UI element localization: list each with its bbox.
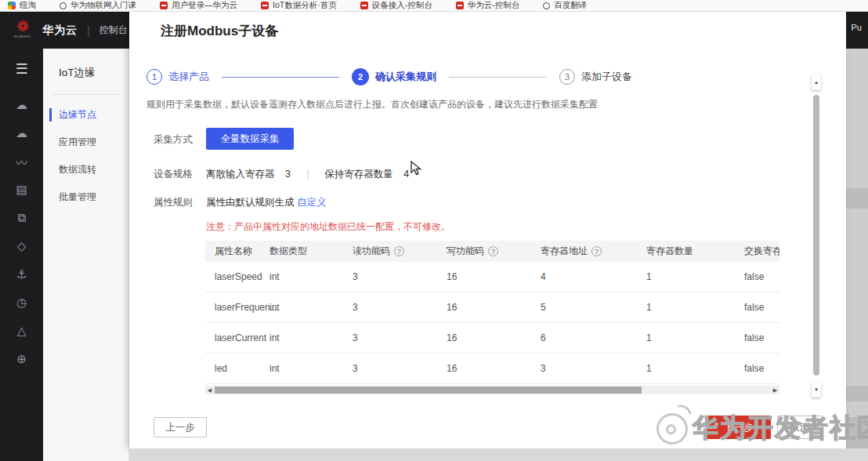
cell-register-address: 3 [541,363,646,374]
collect-mode-label: 采集方式 [154,133,193,147]
bookmark-label: 百度翻译 [554,0,587,11]
warning-note: 注意：产品中属性对应的地址数据已统一配置，不可修改。 [206,220,450,234]
sidebar-item-label: 边缘节点 [59,109,96,120]
step-add-subdevice[interactable]: 3 添加子设备 [559,69,632,85]
table-row[interactable]: laserFrequen... int 3 16 5 1 false [205,292,779,323]
brand-name[interactable]: 华为云 [42,24,78,38]
cell-data-type: int [269,363,353,374]
discrete-input-count: 3 [285,169,291,180]
step-connector [449,77,547,78]
cell-read-code: 3 [353,363,447,374]
table-row[interactable]: laserSpeed int 3 16 4 1 false [205,262,779,292]
dimmed-row [846,188,868,209]
cell-register-count: 1 [646,271,744,282]
wave-chart-icon[interactable]: 〰 [16,147,27,176]
col-register-address: 寄存器地址? [541,245,646,258]
weibo-eye-icon [654,411,689,446]
full-collection-button[interactable]: 全量数据采集 [206,128,294,150]
bookmark-item[interactable]: 百度翻译 [543,0,587,11]
register-modbus-subdevice-dialog: 注册Modbus子设备 1 选择产品 2 确认采集规则 3 添加子设备 规则用于… [129,12,846,448]
scroll-up-arrow-icon[interactable]: ▲ [812,74,821,90]
bookmark-item[interactable]: 华为物联网入门课 [60,0,136,11]
clock-icon[interactable]: ◷ [16,289,27,317]
dimmed-row [846,386,868,401]
horizontal-scroll-thumb[interactable] [215,387,642,394]
cell-write-code: 16 [447,332,541,343]
cell-swap: false [744,271,779,282]
value-separator: ｜ [302,169,312,180]
header-section-label[interactable]: 控制台 [99,24,128,37]
step-label: 选择产品 [168,70,209,84]
wizard-stepper: 1 选择产品 2 确认采集规则 3 添加子设备 [146,68,632,85]
sidebar-item-edge-nodes[interactable]: 边缘节点 [43,101,128,129]
icon-rail: ☰ ☁ ☁ 〰 ▤ ⧉ ◇ ⚓ ◷ △ ⊕ [0,49,43,461]
huawei-logo[interactable]: ❁ HUAWEI [11,19,34,42]
translate-circle-icon [543,2,550,9]
step-number-circle: 2 [352,68,369,85]
cell-register-address: 6 [541,332,646,343]
site-circle-icon [60,2,67,9]
window-icon[interactable]: ⧉ [17,204,26,232]
sidebar-item-label: 应用管理 [59,136,96,147]
cell-swap: false [744,363,779,374]
cell-property-name: laserFrequen... [205,302,269,313]
globe-icon[interactable]: ⊕ [16,345,27,373]
help-icon[interactable]: ? [394,246,404,256]
service-sidebar: IoT边缘 边缘节点 应用管理 数据流转 批量管理 [43,49,129,461]
bookmark-item[interactable]: 用户登录—华为云 [160,0,237,11]
watermark-text: 华为开发者社区 [693,411,868,446]
col-data-type: 数据类型 [269,245,353,258]
cell-property-name: laserSpeed [205,271,269,282]
huawei-red-icon [456,2,464,9]
warning-icon[interactable]: △ [17,317,27,345]
anchor-icon[interactable]: ⚓ [16,260,27,289]
scroll-right-arrow-icon[interactable]: ▶ [771,386,779,394]
diamond-icon[interactable]: ◇ [17,232,27,260]
huawei-red-icon [360,2,368,9]
cell-data-type: int [269,332,353,343]
cloud-settings-icon[interactable]: ☁ [16,119,27,147]
table-row[interactable]: laserCurrent int 3 16 6 1 false [205,323,779,354]
mouse-cursor [410,161,422,180]
cell-swap: false [744,332,779,343]
bookmark-label: 华为物联网入门课 [71,0,136,11]
sidebar-item-data-flow[interactable]: 数据流转 [43,156,128,183]
huawei-logo-text: HUAWEI [14,34,31,38]
step-connector [222,77,339,78]
cell-write-code: 16 [447,271,541,282]
sidebar-item-batch-management[interactable]: 批量管理 [43,183,128,211]
sidebar-item-app-management[interactable]: 应用管理 [43,129,128,156]
help-icon[interactable]: ? [591,246,602,256]
cell-read-code: 3 [353,332,447,343]
vertical-scrollbar[interactable]: ▲ ▼ [812,74,821,397]
scroll-left-arrow-icon[interactable]: ◀ [205,386,214,394]
bookmark-label: IoT数据分析·首页 [273,0,337,11]
bookmark-item[interactable]: IoT数据分析·首页 [261,0,337,11]
customize-link[interactable]: 自定义 [297,197,327,208]
horizontal-scrollbar[interactable]: ◀ ▶ [205,386,779,394]
previous-step-button[interactable]: 上一步 [154,417,207,437]
bookmark-item[interactable]: 纽淘 [8,0,36,11]
table-header-row: 属性名称 数据类型 读功能码? 写功能码? 寄存器地址? 寄存器数量 交换寄存器… [205,241,779,262]
vertical-scroll-thumb[interactable] [813,95,819,376]
step-label: 确认采集规则 [375,70,436,84]
table-row[interactable]: led int 3 16 3 1 false [205,354,779,384]
step-select-product[interactable]: 1 选择产品 [146,69,209,85]
huawei-red-icon [261,2,269,9]
holding-register-count: 4 [403,169,409,180]
help-icon[interactable]: ? [488,246,498,256]
property-rule-label: 属性规则 [154,196,193,209]
cell-read-code: 3 [353,302,447,313]
bookmark-item[interactable]: 设备接入-控制台 [360,0,432,11]
cloud-icon[interactable]: ☁ [16,91,27,119]
scroll-down-arrow-icon[interactable]: ▼ [812,382,821,397]
cell-write-code: 16 [447,302,541,313]
step-confirm-collection-rule[interactable]: 2 确认采集规则 [352,68,436,85]
document-icon[interactable]: ▤ [16,176,27,204]
hamburger-menu-icon[interactable]: ☰ [15,61,27,77]
bookmark-item[interactable]: 华为云-控制台 [456,0,520,11]
cell-register-address: 5 [541,302,646,313]
dialog-title: 注册Modbus子设备 [161,22,278,40]
sidebar-item-label: 批量管理 [59,191,96,202]
cell-property-name: led [205,363,269,374]
